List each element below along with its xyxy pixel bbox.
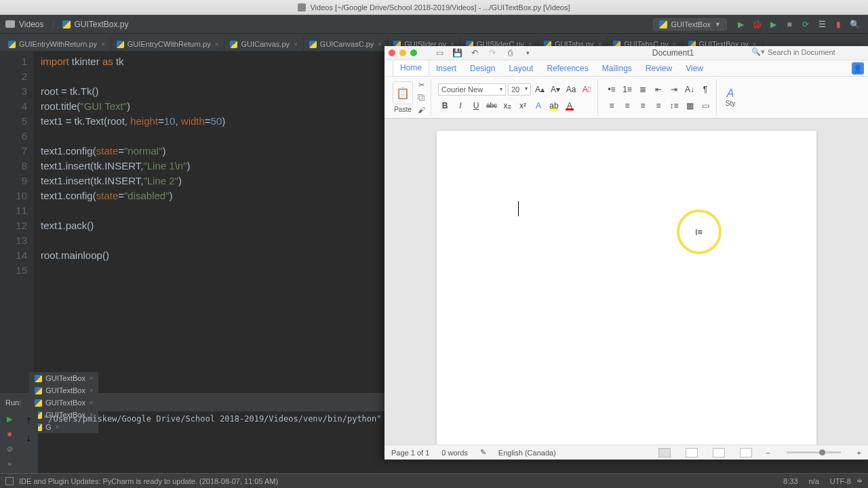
draft-view[interactable] [740, 448, 752, 458]
shading-icon[interactable]: ▦ [683, 100, 696, 112]
zoom-traffic-light[interactable] [410, 49, 417, 56]
align-right-icon[interactable]: ≡ [636, 100, 650, 112]
share-icon[interactable]: 👤 [852, 62, 864, 75]
redo-icon[interactable]: ↷ [486, 47, 498, 58]
highlight-color-button[interactable]: ab [547, 100, 561, 112]
close-icon[interactable]: × [90, 399, 93, 406]
word-search-input[interactable] [768, 48, 863, 56]
chevron-icon[interactable]: ≑ [856, 476, 863, 485]
font-color-button[interactable]: A [563, 100, 576, 112]
change-case-icon[interactable]: Aa [564, 83, 578, 96]
subscript-button[interactable]: x₂ [500, 100, 514, 112]
run-config-select[interactable]: GUITextBox ▼ [653, 18, 727, 30]
chevron-down-icon[interactable]: ▾ [521, 47, 534, 58]
multilevel-icon[interactable]: ≣ [636, 83, 650, 96]
stop-icon[interactable]: ■ [5, 429, 14, 439]
grow-font-icon[interactable]: A▴ [533, 83, 547, 96]
rerun-icon[interactable]: ▶ [5, 414, 14, 424]
zoom-in-icon[interactable]: + [857, 449, 861, 457]
clear-format-icon[interactable]: A⃠ [580, 83, 593, 96]
numbering-icon[interactable]: 1≡ [620, 83, 634, 96]
line-spacing-icon[interactable]: ↕≡ [667, 100, 681, 112]
indent-icon[interactable]: ⇥ [667, 83, 681, 96]
align-center-icon[interactable]: ≡ [620, 100, 634, 112]
search-icon[interactable]: 🔍 [849, 19, 860, 30]
shrink-font-icon[interactable]: A▾ [549, 83, 562, 96]
font-family-select[interactable]: Courier New▾ [438, 83, 506, 96]
word-page[interactable]: I≡ [437, 131, 816, 445]
close-icon[interactable]: × [215, 41, 219, 48]
ribbon-tab-mailings[interactable]: Mailings [595, 61, 639, 76]
borders-icon[interactable]: ▭ [698, 100, 712, 112]
run-tab[interactable]: GUITextBox× [29, 384, 98, 396]
close-traffic-light[interactable] [389, 49, 395, 56]
breadcrumb-file[interactable]: GUITextBox.py [74, 20, 128, 29]
encoding[interactable]: UTF-8 [830, 477, 851, 485]
ribbon-tab-insert[interactable]: Insert [429, 61, 463, 76]
save-icon[interactable]: 💾 [451, 47, 463, 58]
word-count[interactable]: 0 words [441, 449, 468, 457]
text-effects-icon[interactable]: A [532, 100, 545, 112]
cut-icon[interactable]: ✂ [416, 81, 427, 90]
editor-tab[interactable]: GUICanvas.py× [224, 37, 303, 51]
page-indicator[interactable]: Page 1 of 1 [391, 449, 429, 457]
bullets-icon[interactable]: •≡ [605, 83, 618, 96]
ribbon-tab-view[interactable]: View [679, 61, 710, 76]
font-size-select[interactable]: 20▾ [508, 83, 531, 96]
stop-button[interactable]: ■ [784, 19, 795, 30]
zoom-out-icon[interactable]: − [766, 449, 770, 457]
minimize-traffic-light[interactable] [399, 49, 406, 56]
superscript-button[interactable]: x² [516, 100, 530, 112]
breadcrumb-folder[interactable]: Videos [19, 20, 43, 29]
close-icon[interactable]: × [90, 387, 93, 394]
editor-tab[interactable]: GUIEntryCWithReturn.py× [111, 37, 225, 51]
copy-icon[interactable]: ⿻ [416, 93, 427, 102]
print-layout-view[interactable] [658, 448, 671, 458]
strikethrough-button[interactable]: abc [485, 100, 498, 112]
print-icon[interactable]: ⎙ [504, 47, 516, 58]
close-icon[interactable]: × [378, 41, 382, 48]
spellcheck-icon[interactable]: ✎ [480, 448, 486, 457]
zoom-slider[interactable] [787, 451, 841, 453]
language-indicator[interactable]: English (Canada) [498, 449, 556, 457]
web-layout-view[interactable] [686, 448, 698, 458]
bold-button[interactable]: B [438, 100, 452, 112]
editor-tab[interactable]: GUIEntryWithReturn.py× [3, 37, 111, 51]
todo-icon[interactable]: ▮ [833, 19, 844, 30]
ribbon-tab-layout[interactable]: Layout [502, 61, 540, 76]
status-icon[interactable] [5, 477, 14, 485]
close-icon[interactable]: × [90, 375, 93, 382]
outline-view[interactable] [713, 448, 725, 458]
paragraph-marks-icon[interactable]: ¶ [698, 83, 712, 96]
run-tab[interactable]: GUITextBox× [29, 396, 98, 409]
justify-icon[interactable]: ≡ [652, 100, 665, 112]
close-icon[interactable]: × [101, 41, 105, 48]
run-button[interactable]: ▶ [735, 19, 746, 30]
down-icon[interactable]: ↓ [26, 432, 31, 444]
align-left-icon[interactable]: ≡ [605, 100, 618, 112]
paste-button[interactable]: 📋 [393, 81, 413, 104]
run-tab[interactable]: GUITextBox× [29, 372, 98, 384]
ribbon-tab-review[interactable]: Review [639, 61, 679, 76]
coverage-button[interactable]: ▶ [768, 19, 778, 30]
debug-button[interactable]: 🐞 [751, 19, 762, 30]
ribbon-tab-design[interactable]: Design [463, 61, 502, 76]
up-icon[interactable]: ↑ [26, 414, 31, 426]
undo-icon[interactable]: ↶ [469, 47, 481, 58]
underline-button[interactable]: U [469, 100, 483, 112]
sort-icon[interactable]: A↓ [683, 83, 696, 96]
new-doc-icon[interactable]: ▭ [433, 47, 446, 58]
exit-icon[interactable]: ⊘ [5, 444, 14, 453]
word-document-area[interactable]: I≡ [384, 119, 868, 445]
italic-button[interactable]: I [454, 100, 467, 112]
more-icon[interactable]: » [5, 459, 14, 468]
styles-icon[interactable]: A [724, 87, 737, 100]
ribbon-tab-home[interactable]: Home [393, 60, 429, 76]
structure-icon[interactable]: ☰ [816, 19, 827, 30]
ribbon-tab-references[interactable]: References [540, 61, 595, 76]
format-painter-icon[interactable]: 🖌 [416, 105, 427, 115]
outdent-icon[interactable]: ⇤ [652, 83, 665, 96]
word-search[interactable]: 🔍▾ [751, 47, 863, 56]
editor-tab[interactable]: GUICanvasC.py× [304, 37, 388, 51]
close-icon[interactable]: × [294, 41, 298, 48]
